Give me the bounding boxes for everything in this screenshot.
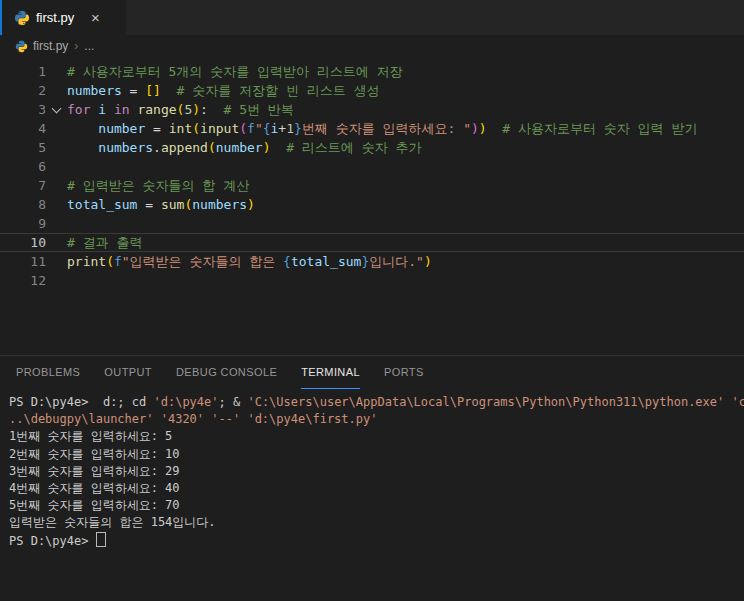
line-number: 4 bbox=[0, 119, 46, 138]
code-text: # 사용자로부터 5개의 숫자를 입력받아 리스트에 저장 bbox=[67, 62, 403, 81]
tab-label: first.py bbox=[36, 10, 74, 25]
fold-gutter bbox=[46, 81, 67, 100]
line-number: 10 bbox=[0, 233, 46, 252]
terminal-line: PS D:\py4e> bbox=[9, 532, 740, 549]
chevron-right-icon: › bbox=[74, 39, 78, 53]
panel-tab-bar: PROBLEMSOUTPUTDEBUG CONSOLETERMINALPORTS bbox=[0, 356, 744, 389]
focus-accent-strip bbox=[0, 0, 2, 35]
line-number: 7 bbox=[0, 176, 46, 195]
line-number: 1 bbox=[0, 62, 46, 81]
terminal-output[interactable]: PS D:\py4e> d:; cd 'd:\py4e'; & 'C:\User… bbox=[0, 389, 744, 549]
panel-tab-debug-console[interactable]: DEBUG CONSOLE bbox=[176, 356, 277, 389]
code-text: for i in range(5): # 5번 반복 bbox=[67, 100, 294, 119]
code-text: print(f"입력받은 숫자들의 합은 {total_sum}입니다.") bbox=[67, 252, 432, 271]
code-text: number = int(input(f"{i+1}번째 숫자를 입력하세요: … bbox=[67, 119, 697, 138]
breadcrumb-more[interactable]: ... bbox=[84, 39, 94, 53]
code-line[interactable]: 5 numbers.append(number) # 리스트에 숫자 추가 bbox=[0, 138, 744, 157]
code-text: numbers.append(number) # 리스트에 숫자 추가 bbox=[67, 138, 422, 157]
fold-gutter bbox=[46, 157, 67, 176]
fold-gutter bbox=[46, 214, 67, 233]
line-number: 8 bbox=[0, 195, 46, 214]
code-text: total_sum = sum(numbers) bbox=[67, 195, 255, 214]
terminal-line: 3번째 숫자를 입력하세요: 29 bbox=[9, 463, 740, 480]
line-number: 5 bbox=[0, 138, 46, 157]
close-tab-icon[interactable]: × bbox=[86, 9, 104, 27]
panel-tab-ports[interactable]: PORTS bbox=[384, 356, 424, 389]
terminal-line: ..\debugpy\launcher' '4320' '--' 'd:\py4… bbox=[9, 411, 740, 428]
code-text: # 입력받은 숫자들의 합 계산 bbox=[67, 176, 249, 195]
line-number: 6 bbox=[0, 157, 46, 176]
editor-tab-bar: first.py × bbox=[0, 0, 744, 35]
code-line[interactable]: 3for i in range(5): # 5번 반복 bbox=[0, 100, 744, 119]
code-line[interactable]: 10# 결과 출력 bbox=[0, 233, 744, 252]
terminal-line: 4번째 숫자를 입력하세요: 40 bbox=[9, 480, 740, 497]
terminal-line: 1번째 숫자를 입력하세요: 5 bbox=[9, 428, 740, 445]
fold-gutter bbox=[46, 233, 67, 252]
fold-chevron-icon[interactable] bbox=[46, 100, 67, 119]
line-number: 9 bbox=[0, 214, 46, 233]
code-line[interactable]: 12 bbox=[0, 271, 744, 290]
vscode-window: first.py × first.py › ... 1# 사용자로부터 5개의 … bbox=[0, 0, 744, 601]
fold-gutter bbox=[46, 138, 67, 157]
breadcrumb-file[interactable]: first.py bbox=[33, 39, 68, 53]
bottom-panel: PROBLEMSOUTPUTDEBUG CONSOLETERMINALPORTS… bbox=[0, 355, 744, 549]
fold-gutter bbox=[46, 62, 67, 81]
line-number: 2 bbox=[0, 81, 46, 100]
fold-gutter bbox=[46, 176, 67, 195]
code-line[interactable]: 9 bbox=[0, 214, 744, 233]
panel-tab-problems[interactable]: PROBLEMS bbox=[16, 356, 80, 389]
code-line[interactable]: 4 number = int(input(f"{i+1}번째 숫자를 입력하세요… bbox=[0, 119, 744, 138]
panel-tab-terminal[interactable]: TERMINAL bbox=[301, 356, 360, 389]
tab-first-py[interactable]: first.py × bbox=[2, 0, 126, 35]
breadcrumb[interactable]: first.py › ... bbox=[0, 35, 744, 57]
terminal-line: 5번째 숫자를 입력하세요: 70 bbox=[9, 497, 740, 514]
code-line[interactable]: 1# 사용자로부터 5개의 숫자를 입력받아 리스트에 저장 bbox=[0, 62, 744, 81]
code-line[interactable]: 11print(f"입력받은 숫자들의 합은 {total_sum}입니다.") bbox=[0, 252, 744, 271]
python-file-icon bbox=[15, 40, 28, 53]
code-line[interactable]: 7# 입력받은 숫자들의 합 계산 bbox=[0, 176, 744, 195]
fold-gutter bbox=[46, 271, 67, 290]
editor-lines: 1# 사용자로부터 5개의 숫자를 입력받아 리스트에 저장2numbers =… bbox=[0, 62, 744, 290]
fold-gutter bbox=[46, 252, 67, 271]
python-file-icon bbox=[14, 10, 30, 26]
terminal-cursor bbox=[96, 532, 106, 547]
code-text: numbers = [] # 숫자를 저장할 빈 리스트 생성 bbox=[67, 81, 380, 100]
panel-tab-output[interactable]: OUTPUT bbox=[104, 356, 152, 389]
line-number: 11 bbox=[0, 252, 46, 271]
code-editor[interactable]: 1# 사용자로부터 5개의 숫자를 입력받아 리스트에 저장2numbers =… bbox=[0, 57, 744, 355]
terminal-line: 2번째 숫자를 입력하세요: 10 bbox=[9, 446, 740, 463]
code-line[interactable]: 8total_sum = sum(numbers) bbox=[0, 195, 744, 214]
code-line[interactable]: 2numbers = [] # 숫자를 저장할 빈 리스트 생성 bbox=[0, 81, 744, 100]
terminal-line: PS D:\py4e> d:; cd 'd:\py4e'; & 'C:\User… bbox=[9, 394, 740, 411]
line-number: 12 bbox=[0, 271, 46, 290]
code-line[interactable]: 6 bbox=[0, 157, 744, 176]
terminal-line: 입력받은 숫자들의 합은 154입니다. bbox=[9, 514, 740, 531]
code-text: # 결과 출력 bbox=[67, 233, 142, 252]
line-number: 3 bbox=[0, 100, 46, 119]
fold-gutter bbox=[46, 195, 67, 214]
fold-gutter bbox=[46, 119, 67, 138]
